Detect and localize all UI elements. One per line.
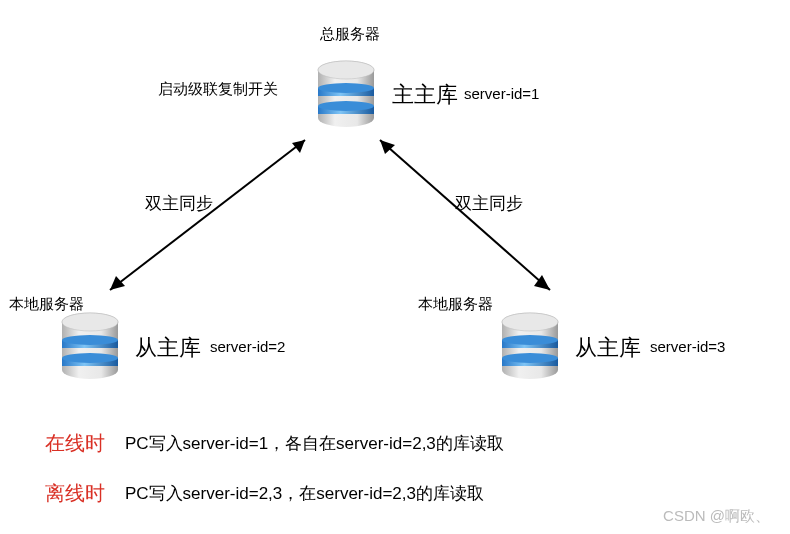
right-server-label: 本地服务器 — [418, 295, 493, 314]
online-desc: PC写入server-id=1，各自在server-id=2,3的库读取 — [125, 432, 504, 455]
online-label: 在线时 — [45, 430, 105, 457]
svg-marker-9 — [292, 140, 305, 153]
right-sync-label: 双主同步 — [455, 192, 523, 215]
top-server-label: 总服务器 — [320, 25, 380, 44]
svg-point-6 — [318, 101, 374, 111]
watermark: CSDN @啊欧、 — [663, 507, 770, 526]
svg-line-11 — [380, 140, 550, 290]
right-server-id: server-id=3 — [650, 338, 725, 355]
left-sync-label: 双主同步 — [145, 192, 213, 215]
right-db-name: 从主库 — [575, 333, 641, 363]
svg-point-28 — [502, 353, 558, 363]
svg-point-21 — [62, 313, 118, 331]
svg-line-8 — [110, 140, 305, 290]
svg-marker-10 — [110, 276, 125, 290]
left-db-name: 从主库 — [135, 333, 201, 363]
offline-desc: PC写入server-id=2,3，在server-id=2,3的库读取 — [125, 482, 484, 505]
left-server-id: server-id=2 — [210, 338, 285, 355]
top-db-name: 主主库 — [392, 80, 458, 110]
database-icon — [60, 312, 120, 377]
svg-point-20 — [62, 353, 118, 363]
svg-point-18 — [62, 335, 118, 345]
offline-label: 离线时 — [45, 480, 105, 507]
cascade-switch-label: 启动级联复制开关 — [158, 80, 278, 99]
top-server-id: server-id=1 — [464, 85, 539, 102]
sync-arrow-left — [90, 130, 320, 305]
svg-point-4 — [318, 83, 374, 93]
svg-point-29 — [502, 313, 558, 331]
database-icon — [500, 312, 560, 377]
svg-point-26 — [502, 335, 558, 345]
sync-arrow-right — [370, 130, 570, 305]
database-icon — [316, 60, 376, 125]
svg-point-7 — [318, 61, 374, 79]
